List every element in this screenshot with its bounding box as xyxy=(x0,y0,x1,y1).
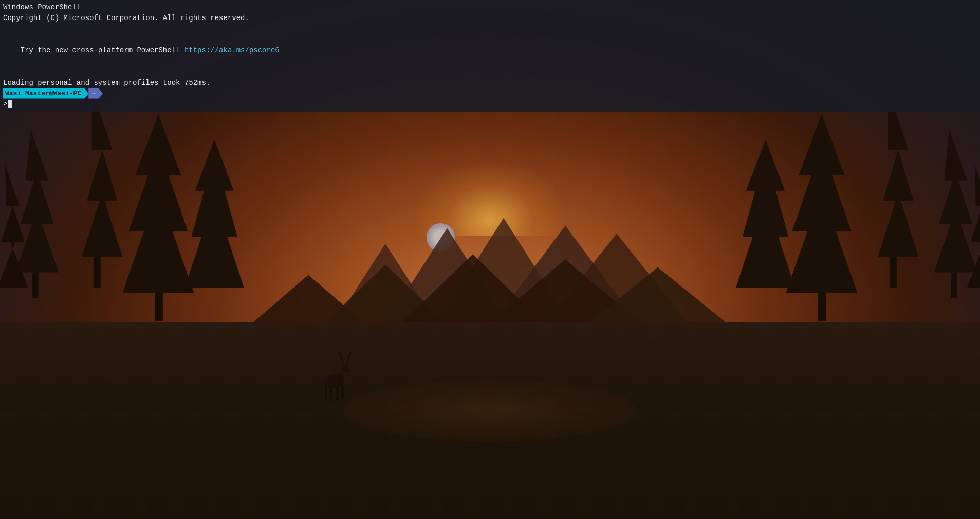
cursor-prompt-arrow: > xyxy=(3,99,7,110)
svg-rect-21 xyxy=(951,272,957,298)
terminal-line-6: Loading personal and system profiles too… xyxy=(3,78,977,88)
svg-rect-11 xyxy=(94,257,101,288)
terminal-prompt-line: Wasi Master@Wasi-PC ~ xyxy=(3,88,977,99)
prompt-arrow xyxy=(104,88,108,99)
svg-rect-19 xyxy=(890,257,897,288)
deer xyxy=(313,343,355,405)
svg-marker-12 xyxy=(15,129,59,272)
svg-rect-36 xyxy=(325,386,327,401)
svg-marker-23 xyxy=(786,114,858,293)
terminal: Windows PowerShell Copyright (C) Microso… xyxy=(0,0,980,112)
terminal-line-1: Windows PowerShell xyxy=(3,2,977,13)
svg-marker-18 xyxy=(878,88,918,257)
prompt-user: Wasi Master@Wasi-PC xyxy=(3,88,88,99)
terminal-line-3 xyxy=(3,24,977,34)
trees-left xyxy=(0,88,245,374)
lake xyxy=(343,379,637,441)
svg-marker-20 xyxy=(934,129,977,272)
svg-rect-13 xyxy=(32,272,39,298)
terminal-line-4: Try the new cross-platform PowerShell ht… xyxy=(3,34,977,67)
svg-marker-10 xyxy=(82,88,122,257)
terminal-try-text: Try the new cross-platform PowerShell xyxy=(21,46,184,55)
svg-rect-37 xyxy=(330,386,332,402)
svg-rect-38 xyxy=(336,386,339,401)
cursor-line[interactable]: > xyxy=(3,99,977,110)
svg-point-40 xyxy=(322,379,326,382)
terminal-cursor[interactable] xyxy=(8,100,12,108)
svg-marker-25 xyxy=(736,139,795,288)
terminal-line-5 xyxy=(3,67,977,78)
prompt-tilde: ~ xyxy=(88,88,103,99)
svg-line-33 xyxy=(346,357,348,367)
terminal-line-2: Copyright (C) Microsoft Corporation. All… xyxy=(3,13,977,24)
svg-line-30 xyxy=(342,359,345,367)
terminal-link: https://aka.ms/pscore6 xyxy=(184,46,280,55)
svg-point-29 xyxy=(346,369,350,372)
svg-rect-24 xyxy=(818,293,826,321)
svg-marker-17 xyxy=(185,139,244,288)
trees-right xyxy=(735,88,980,374)
svg-rect-39 xyxy=(341,385,344,399)
svg-marker-15 xyxy=(122,114,194,293)
svg-rect-16 xyxy=(155,293,163,321)
